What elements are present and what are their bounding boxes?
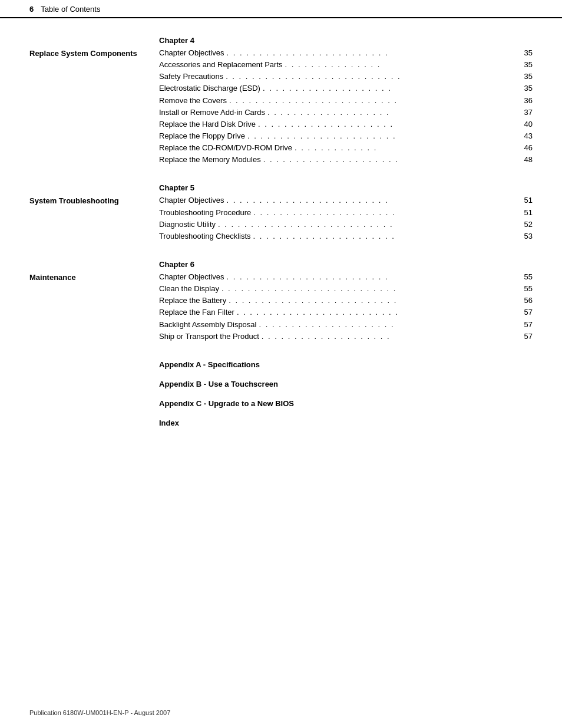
chapter4-content: Chapter 4 Chapter Objectives . . . . . .… [159, 36, 533, 166]
toc-entry: Remove the Covers . . . . . . . . . . . … [159, 95, 533, 107]
appendix-heading: Appendix B - Use a Touchscreen [159, 380, 533, 388]
page-number: 6 [29, 5, 34, 14]
chapter6-section-label: Maintenance [29, 260, 159, 342]
toc-dots: . . . . . . . . . . . . . . . . . . . . … [253, 207, 521, 219]
toc-entry-title: Ship or Transport the Product [159, 331, 259, 342]
appendix-block: Appendix A - Specifications [159, 360, 533, 369]
toc-entry-title: Troubleshooting Procedure [159, 207, 251, 219]
toc-dots: . . . . . . . . . . . . . . . . . . . . … [229, 95, 522, 107]
toc-entry-title: Remove the Covers [159, 95, 227, 107]
appendices-container: Appendix A - SpecificationsAppendix B - … [29, 360, 533, 419]
toc-entry: Chapter Objectives . . . . . . . . . . .… [159, 271, 533, 283]
toc-entry-title: Safety Precautions [159, 71, 223, 83]
toc-page: 40 [524, 118, 533, 130]
appendix-heading: Appendix A - Specifications [159, 360, 533, 369]
toc-dots: . . . . . . . . . . . . . . . . . . . . … [258, 118, 522, 130]
toc-entry: Diagnostic Utility . . . . . . . . . . .… [159, 219, 533, 230]
index-block: Index [159, 419, 533, 427]
toc-entry: Replace the Memory Modules . . . . . . .… [159, 154, 533, 166]
toc-entry-title: Backlight Assembly Disposal [159, 319, 256, 331]
page-container: 6 Table of Contents Replace System Compo… [0, 0, 562, 728]
toc-dots: . . . . . . . . . . . . . . . . . . . . … [227, 271, 522, 283]
footer-text: Publication 6180W-UM001H-EN-P - August 2… [29, 709, 170, 716]
chapter6-heading: Chapter 6 [159, 260, 533, 269]
toc-page: 53 [524, 230, 533, 242]
toc-page: 43 [524, 130, 533, 142]
toc-entry-title: Troubleshooting Checklists [159, 230, 251, 242]
chapter5-entries: Chapter Objectives . . . . . . . . . . .… [159, 195, 533, 242]
chapter5-content: Chapter 5 Chapter Objectives . . . . . .… [159, 183, 533, 242]
toc-dots: . . . . . . . . . . . . . . . . . . . . [262, 331, 522, 342]
toc-dots: . . . . . . . . . . . . . . . . . . . . … [263, 154, 522, 166]
toc-entry-title: Diagnostic Utility [159, 219, 216, 230]
toc-entry: Replace the Battery . . . . . . . . . . … [159, 295, 533, 307]
appendix-block: Appendix C - Upgrade to a New BIOS [159, 399, 533, 408]
toc-dots: . . . . . . . . . . . . . . . . . . . . … [226, 71, 521, 83]
toc-dots: . . . . . . . . . . . . . . . . . . . . … [229, 295, 521, 307]
toc-page: 35 [524, 83, 533, 94]
appendix-heading: Appendix C - Upgrade to a New BIOS [159, 399, 533, 408]
toc-page: 57 [524, 307, 533, 318]
toc-entry: Accessories and Replacement Parts . . . … [159, 59, 533, 71]
toc-page: 46 [524, 142, 533, 154]
toc-page: 55 [524, 271, 533, 283]
footer: Publication 6180W-UM001H-EN-P - August 2… [29, 709, 170, 716]
toc-entry: Replace the Fan Filter . . . . . . . . .… [159, 307, 533, 318]
toc-entry: Troubleshooting Checklists . . . . . . .… [159, 230, 533, 242]
toc-dots: . . . . . . . . . . . . . . . . . . . . … [247, 130, 522, 142]
top-bar: 6 Table of Contents [0, 0, 562, 18]
chapter6-entries: Chapter Objectives . . . . . . . . . . .… [159, 271, 533, 342]
toc-page: 51 [524, 195, 533, 206]
toc-page: 57 [524, 319, 533, 331]
main-content: Replace System Components Chapter 4 Chap… [0, 18, 562, 462]
toc-dots: . . . . . . . . . . . . . . . . . . . [267, 107, 522, 118]
toc-entry: Backlight Assembly Disposal . . . . . . … [159, 319, 533, 331]
toc-entry-title: Replace the Floppy Drive [159, 130, 245, 142]
toc-entry: Clean the Display . . . . . . . . . . . … [159, 283, 533, 295]
appendix-block: Appendix B - Use a Touchscreen [159, 380, 533, 388]
top-bar-title: Table of Contents [41, 5, 100, 14]
toc-page: 48 [524, 154, 533, 166]
toc-page: 56 [524, 295, 533, 307]
toc-dots: . . . . . . . . . . . . . . . . . . . . … [222, 283, 522, 295]
toc-page: 36 [524, 95, 533, 107]
chapter6-section: Maintenance Chapter 6 Chapter Objectives… [29, 260, 533, 342]
toc-entry: Replace the Floppy Drive . . . . . . . .… [159, 130, 533, 142]
toc-dots: . . . . . . . . . . . . . . . [285, 59, 522, 71]
toc-entry: Safety Precautions . . . . . . . . . . .… [159, 71, 533, 83]
chapter4-entries: Chapter Objectives . . . . . . . . . . .… [159, 47, 533, 166]
chapter5-section: System Troubleshooting Chapter 5 Chapter… [29, 183, 533, 242]
toc-entry-title: Replace the Battery [159, 295, 226, 307]
toc-entry-title: Replace the CD-ROM/DVD-ROM Drive [159, 142, 292, 154]
toc-dots: . . . . . . . . . . . . . . . . . . . . … [227, 47, 522, 59]
toc-page: 35 [524, 59, 533, 71]
toc-dots: . . . . . . . . . . . . . . . . . . . . … [237, 307, 522, 318]
toc-entry: Chapter Objectives . . . . . . . . . . .… [159, 47, 533, 59]
chapter4-section: Replace System Components Chapter 4 Chap… [29, 36, 533, 166]
chapter4-section-label: Replace System Components [29, 36, 159, 166]
toc-dots: . . . . . . . . . . . . . [295, 142, 521, 154]
toc-entry-title: Replace the Memory Modules [159, 154, 261, 166]
chapter4-heading: Chapter 4 [159, 36, 533, 45]
toc-entry: Replace the CD-ROM/DVD-ROM Drive . . . .… [159, 142, 533, 154]
toc-page: 52 [524, 219, 533, 230]
toc-entry: Replace the Hard Disk Drive . . . . . . … [159, 118, 533, 130]
toc-dots: . . . . . . . . . . . . . . . . . . . . [263, 83, 522, 94]
toc-dots: . . . . . . . . . . . . . . . . . . . . … [218, 219, 521, 230]
toc-page: 35 [524, 71, 533, 83]
toc-dots: . . . . . . . . . . . . . . . . . . . . … [227, 195, 522, 206]
toc-page: 57 [524, 331, 533, 342]
toc-page: 35 [524, 47, 533, 59]
toc-entry: Electrostatic Discharge (ESD) . . . . . … [159, 83, 533, 94]
toc-entry-title: Chapter Objectives [159, 271, 224, 283]
toc-entry: Ship or Transport the Product . . . . . … [159, 331, 533, 342]
chapter6-content: Chapter 6 Chapter Objectives . . . . . .… [159, 260, 533, 342]
toc-entry: Troubleshooting Procedure . . . . . . . … [159, 207, 533, 219]
toc-dots: . . . . . . . . . . . . . . . . . . . . … [253, 230, 522, 242]
chapter5-section-label: System Troubleshooting [29, 183, 159, 242]
toc-entry-title: Accessories and Replacement Parts [159, 59, 283, 71]
toc-dots: . . . . . . . . . . . . . . . . . . . . … [259, 319, 521, 331]
toc-entry-title: Replace the Hard Disk Drive [159, 118, 256, 130]
toc-entry-title: Replace the Fan Filter [159, 307, 234, 318]
toc-entry-title: Electrostatic Discharge (ESD) [159, 83, 260, 94]
